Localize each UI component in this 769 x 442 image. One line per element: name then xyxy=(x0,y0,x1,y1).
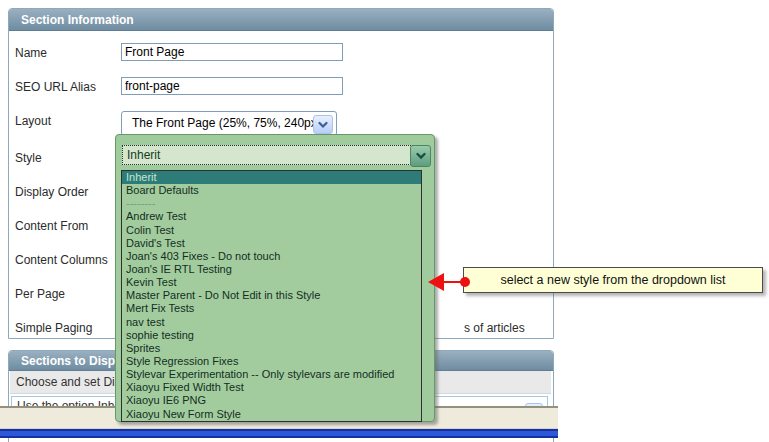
per-page-label: Per Page xyxy=(15,287,65,301)
style-option[interactable]: Colin Test xyxy=(122,224,421,237)
style-option[interactable]: Inherit xyxy=(122,171,421,184)
style-option[interactable]: nav test xyxy=(122,316,421,329)
seo-url-alias-input[interactable] xyxy=(121,77,343,95)
name-input[interactable] xyxy=(121,43,343,61)
style-option[interactable]: Xiaoyu New Form Style xyxy=(122,408,421,421)
annotation-callout: select a new style from the dropdown lis… xyxy=(463,267,763,293)
panel-title: Section Information xyxy=(21,13,134,27)
style-option[interactable]: Sprites xyxy=(122,342,421,355)
style-label: Style xyxy=(15,151,42,165)
style-option[interactable]: sophie testing xyxy=(122,329,421,342)
style-dropdown-overlay: Inherit Inherit Board Defaults -------- … xyxy=(115,134,435,422)
style-select[interactable]: Inherit xyxy=(122,145,413,165)
style-option[interactable]: Mert Fix Tests xyxy=(122,302,421,315)
style-options-list: Inherit Board Defaults -------- Andrew T… xyxy=(121,170,422,422)
style-option[interactable]: Style Regression Fixes xyxy=(122,355,421,368)
name-label: Name xyxy=(15,46,47,60)
annotation-arrow-icon xyxy=(428,273,444,291)
chevron-down-icon xyxy=(318,121,328,129)
style-option-separator: -------- xyxy=(122,197,421,210)
annotation-dot-icon xyxy=(460,277,470,287)
chevron-down-icon xyxy=(416,152,426,160)
display-order-label: Display Order xyxy=(15,185,88,199)
style-option[interactable]: Joan's 403 Fixes - Do not touch xyxy=(122,250,421,263)
window-border-blue xyxy=(0,429,558,438)
section-information-header: Section Information xyxy=(9,9,553,31)
page: Section Information Name SEO URL Alias L… xyxy=(0,0,769,442)
style-option[interactable]: Board Defaults xyxy=(122,184,421,197)
content-from-label: Content From xyxy=(15,219,88,233)
style-option[interactable]: Master Parent - Do Not Edit in this Styl… xyxy=(122,289,421,302)
layout-select[interactable]: The Front Page (25%, 75%, 240px) xyxy=(121,111,337,136)
style-select-button[interactable] xyxy=(410,145,431,167)
style-option[interactable]: Joan's IE RTL Testing xyxy=(122,263,421,276)
simple-paging-text-fragment: s of articles xyxy=(464,321,525,335)
style-option[interactable]: Xiaoyu Fixed Width Test xyxy=(122,381,421,394)
seo-url-alias-label: SEO URL Alias xyxy=(15,80,96,94)
simple-paging-label: Simple Paging xyxy=(15,321,92,335)
style-option[interactable]: Xiaoyu IE6 PNG xyxy=(122,394,421,407)
layout-select-value: The Front Page (25%, 75%, 240px) xyxy=(132,112,321,134)
style-option[interactable]: Kevin Test xyxy=(122,276,421,289)
style-option[interactable]: David's Test xyxy=(122,237,421,250)
content-columns-label: Content Columns xyxy=(15,253,108,267)
style-option[interactable]: Stylevar Experimentation -- Only styleva… xyxy=(122,368,421,381)
layout-select-button[interactable] xyxy=(313,115,333,134)
layout-label: Layout xyxy=(15,114,51,128)
style-option[interactable]: Andrew Test xyxy=(122,210,421,223)
